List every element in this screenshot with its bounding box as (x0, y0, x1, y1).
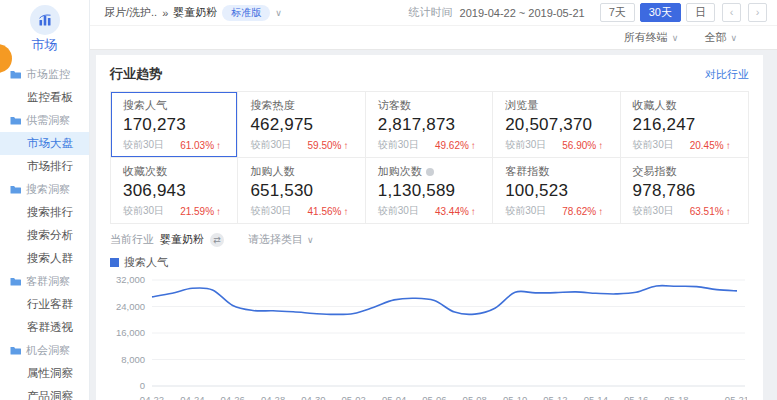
breadcrumb-current[interactable]: 婴童奶粉 (173, 5, 217, 20)
metric-compare: 较前30日43.44%↑ (378, 204, 480, 218)
legend-label: 搜索人气 (124, 255, 168, 270)
sidebar-item-搜索排行[interactable]: 搜索排行 (0, 201, 89, 224)
up-arrow-icon: ↑ (343, 140, 348, 151)
metric-card-8[interactable]: 客群指数100,523较前30日78.62%↑ (493, 158, 620, 223)
prev-period-button[interactable]: ‹ (722, 3, 741, 22)
up-arrow-icon: ↑ (471, 206, 476, 217)
breadcrumb-parent[interactable]: 尿片/洗护.. (104, 5, 157, 20)
next-period-button[interactable]: › (748, 3, 767, 22)
sidebar-item-搜索人群[interactable]: 搜索人群 (0, 247, 89, 270)
up-arrow-icon: ↑ (598, 140, 603, 151)
metric-label: 加购人数 (250, 164, 352, 179)
metric-label: 搜索热度 (250, 98, 352, 113)
range-button-日[interactable]: 日 (686, 3, 715, 22)
range-button-7天[interactable]: 7天 (600, 3, 635, 22)
date-controls: 统计时间 2019-04-22 ~ 2019-05-21 7天30天日 ‹ › (409, 3, 767, 22)
x-tick-label: 05-08 (463, 394, 487, 400)
sidebar-group-0[interactable]: 市场监控 (0, 63, 89, 86)
chevron-down-icon[interactable]: ∨ (275, 8, 282, 18)
breadcrumb: 尿片/洗护.. » 婴童奶粉 标准版 ∨ (104, 5, 282, 21)
trend-line (152, 286, 737, 315)
metric-compare: 较前30日49.62%↑ (378, 138, 480, 152)
sidebar-item-行业客群[interactable]: 行业客群 (0, 293, 89, 316)
terminal-select[interactable]: 所有终端 ∨ (624, 30, 679, 45)
sidebar-group-4[interactable]: 机会洞察 (0, 339, 89, 362)
panel-header: 行业趋势 对比行业 (110, 65, 749, 83)
current-industry-label: 当前行业 (110, 232, 154, 247)
x-tick-label: 04-28 (261, 394, 285, 400)
filter-bar: 所有终端 ∨ 全部 ∨ (90, 26, 777, 50)
metric-value: 20,507,370 (505, 115, 607, 135)
change-percent: 78.62% (562, 206, 596, 217)
metric-compare: 较前30日59.50%↑ (250, 138, 352, 152)
metric-card-1[interactable]: 搜索热度462,975较前30日59.50%↑ (238, 92, 365, 158)
compare-period-label: 较前30日 (505, 138, 546, 152)
switch-industry-icon[interactable]: ⇄ (210, 233, 224, 247)
metric-card-0[interactable]: 搜索人气170,273较前30日61.03%↑ (111, 92, 238, 158)
sidebar-item-市场大盘[interactable]: 市场大盘 (0, 132, 89, 155)
compare-industry-link[interactable]: 对比行业 (705, 67, 749, 82)
sidebar-group-3[interactable]: 客群洞察 (0, 270, 89, 293)
scope-select-value: 全部 (704, 30, 726, 45)
category-select[interactable]: 请选择类目 ∨ (248, 232, 314, 247)
metric-value: 100,523 (505, 181, 607, 201)
trend-chart: 搜索人气 08,00016,00024,00032,00004-2204-240… (110, 255, 749, 400)
metric-card-9[interactable]: 交易指数978,786较前30日63.51%↑ (621, 158, 748, 223)
y-tick-label: 8,000 (121, 354, 145, 365)
x-tick-label: 05-14 (584, 394, 608, 400)
stat-time-label: 统计时间 (409, 5, 453, 20)
metric-card-5[interactable]: 收藏次数306,943较前30日21.59%↑ (111, 158, 238, 223)
up-arrow-icon: ↑ (598, 206, 603, 217)
metric-label: 收藏人数 (633, 98, 736, 113)
metric-compare: 较前30日61.03%↑ (123, 138, 225, 152)
range-buttons: 7天30天日 (600, 3, 715, 22)
metric-compare: 较前30日63.51%↑ (633, 204, 736, 218)
metric-card-3[interactable]: 浏览量20,507,370较前30日56.90%↑ (493, 92, 620, 158)
app-logo[interactable]: 市场 (0, 0, 89, 54)
up-arrow-icon: ↑ (726, 206, 731, 217)
terminal-select-value: 所有终端 (624, 30, 668, 45)
sidebar-group-2[interactable]: 搜索洞察 (0, 178, 89, 201)
metric-value: 2,817,873 (378, 115, 480, 135)
folder-icon (10, 346, 21, 355)
metric-card-6[interactable]: 加购人数651,530较前30日41.56%↑ (238, 158, 365, 223)
x-tick-label: 05-16 (624, 394, 648, 400)
compare-period-label: 较前30日 (505, 204, 546, 218)
change-percent: 49.62% (435, 140, 469, 151)
metric-card-7[interactable]: 加购次数1,130,589较前30日43.44%↑ (366, 158, 493, 223)
sidebar-item-监控看板[interactable]: 监控看板 (0, 86, 89, 109)
content-area: 行业趋势 对比行业 搜索人气170,273较前30日61.03%↑搜索热度462… (90, 50, 777, 400)
sidebar-item-搜索分析[interactable]: 搜索分析 (0, 224, 89, 247)
x-tick-label: 04-30 (301, 394, 325, 400)
sidebar-item-客群透视[interactable]: 客群透视 (0, 316, 89, 339)
change-percent: 59.50% (308, 140, 342, 151)
folder-icon (10, 116, 21, 125)
sidebar-item-产品洞察[interactable]: 产品洞察 (0, 385, 89, 400)
x-tick-label: 04-24 (180, 394, 204, 400)
scope-select[interactable]: 全部 ∨ (704, 30, 737, 45)
info-icon[interactable] (426, 168, 434, 176)
metric-card-2[interactable]: 访客数2,817,873较前30日49.62%↑ (366, 92, 493, 158)
change-percent: 21.59% (180, 206, 214, 217)
range-button-30天[interactable]: 30天 (640, 3, 681, 22)
date-range-value: 2019-04-22 ~ 2019-05-21 (460, 7, 585, 19)
metric-value: 1,130,589 (378, 181, 480, 201)
metric-compare: 较前30日21.59%↑ (123, 204, 225, 218)
market-dashboard: 市场 市场监控监控看板供需洞察市场大盘市场排行搜索洞察搜索排行搜索分析搜索人群客… (0, 0, 777, 400)
chevron-down-icon: ∨ (672, 33, 679, 43)
chevron-down-icon: ∨ (730, 33, 737, 43)
sidebar-item-属性洞察[interactable]: 属性洞察 (0, 362, 89, 385)
metric-value: 216,247 (633, 115, 736, 135)
change-percent: 20.45% (690, 140, 724, 151)
change-percent: 43.44% (435, 206, 469, 217)
metric-card-4[interactable]: 收藏人数216,247较前30日20.45%↑ (621, 92, 748, 158)
metric-compare: 较前30日78.62%↑ (505, 204, 607, 218)
chevron-down-icon: ∨ (307, 235, 314, 245)
y-tick-label: 0 (140, 380, 145, 391)
compare-period-label: 较前30日 (633, 138, 674, 152)
sidebar-group-1[interactable]: 供需洞察 (0, 109, 89, 132)
sidebar-item-市场排行[interactable]: 市场排行 (0, 155, 89, 178)
breadcrumb-separator: » (162, 7, 168, 19)
compare-period-label: 较前30日 (378, 204, 419, 218)
x-tick-label: 05-06 (422, 394, 446, 400)
